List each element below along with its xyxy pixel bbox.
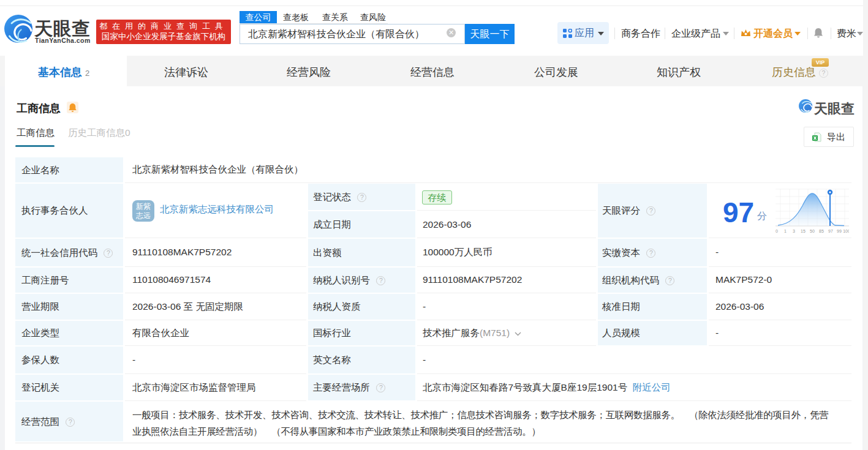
svg-text:1: 1 <box>784 229 787 233</box>
svg-text:50: 50 <box>810 229 815 233</box>
svg-text:3: 3 <box>793 229 795 233</box>
svg-text:15: 15 <box>801 229 806 233</box>
svg-text:85: 85 <box>819 229 824 233</box>
svg-text:99: 99 <box>837 229 842 233</box>
svg-text:100: 100 <box>843 229 849 233</box>
svg-text:0: 0 <box>776 229 778 233</box>
svg-text:97: 97 <box>828 229 833 233</box>
